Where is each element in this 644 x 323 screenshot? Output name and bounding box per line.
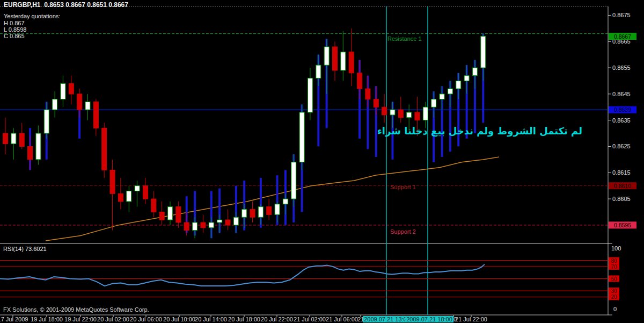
candle-body	[349, 52, 354, 73]
candle-body	[225, 220, 230, 225]
candle-body	[93, 102, 98, 128]
candle-body	[481, 37, 486, 68]
candle-body	[85, 102, 90, 110]
candle-body	[415, 112, 420, 120]
candle-body	[398, 110, 403, 118]
candle-body	[341, 52, 346, 70]
price-tick-label: 0.8615	[612, 169, 631, 176]
rsi-scale-bottom: 0	[613, 306, 617, 312]
price-tick-label: 0.8645	[612, 91, 631, 97]
rsi-indicator-label: RSI(14) 73.6021	[3, 246, 47, 252]
rsi-scale-top: 100	[611, 245, 621, 252]
candle-body	[431, 99, 436, 107]
candle-body	[250, 210, 255, 218]
candle-body	[151, 199, 156, 212]
time-label: 19 Jul 18:00	[31, 316, 63, 322]
time-label: 21 Jul 02:00	[294, 316, 326, 322]
time-axis: 17 Jul 200919 Jul 18:0019 Jul 22:0020 Ju…	[0, 316, 644, 323]
candle-body	[291, 162, 296, 199]
time-label: 20 Jul 02:00	[97, 316, 129, 322]
candle-body	[143, 186, 148, 199]
price-badge-value: 0.8595	[614, 222, 631, 228]
candle-body	[44, 110, 49, 133]
candle-body	[127, 191, 131, 202]
candle-body	[456, 81, 461, 89]
copyright-text: FX Solutions, © 2001-2009 MetaQuotes Sof…	[3, 306, 149, 313]
candle-body	[176, 207, 181, 222]
candle-body	[324, 47, 329, 65]
arabic-annotation-text[interactable]: لم تكتمل الشروط ولم ندخل بيع دخلنا شراء	[427, 125, 582, 137]
candle-body	[193, 222, 197, 231]
time-label-highlighted: 2009.07.21 13:00	[363, 316, 411, 322]
time-label: 19 Jul 22:00	[64, 316, 97, 322]
candle-body	[407, 112, 412, 118]
price-badge-value: 0.8639	[614, 106, 631, 113]
candle-body	[316, 65, 321, 78]
candle-body	[217, 220, 222, 222]
yesterday-high: H 0.867	[4, 20, 25, 26]
candle-body	[464, 76, 469, 81]
time-label: 21 Jul 22:00	[455, 316, 487, 322]
candle-body	[209, 222, 214, 228]
candle-body	[275, 204, 280, 215]
candle-body	[390, 110, 395, 115]
time-label: 20 Jul 18:00	[228, 316, 260, 322]
candle-body	[135, 186, 140, 191]
candle-body	[102, 128, 107, 170]
yesterday-low: L 0.8598	[4, 26, 26, 33]
candle-body	[283, 199, 288, 204]
candle-body	[168, 207, 173, 220]
support1-label: Support 1	[390, 184, 416, 190]
rsi-badge-value: 20	[611, 294, 617, 300]
symbol-ohlc-title: EURGBP,H1 0.8653 0.8667 0.8651 0.8667	[4, 1, 128, 9]
candle-body	[258, 207, 263, 218]
candle-body	[333, 47, 338, 70]
rsi-badge-value: 80	[611, 258, 617, 264]
chart-canvas[interactable]: 0.86750.86650.86550.86450.86350.86250.86…	[0, 0, 644, 323]
yesterday-close: C 0.865	[4, 33, 25, 39]
price-tick-label: 0.8605	[612, 196, 631, 202]
rsi-badge-value: 50	[611, 276, 617, 282]
candle-body	[299, 112, 304, 162]
time-label: 20 Jul 14:00	[195, 316, 227, 322]
candle-body	[110, 170, 115, 193]
candle-body	[19, 133, 24, 146]
candle-body	[242, 210, 247, 218]
price-tick-label: 0.8625	[612, 143, 631, 149]
ma-line	[46, 157, 499, 241]
candle-body	[374, 99, 378, 107]
candle-body	[69, 83, 74, 94]
price-tick-label: 0.8635	[612, 117, 631, 124]
candle-body	[11, 133, 16, 144]
time-label: 20 Jul 10:00	[163, 316, 195, 322]
mt4-chart-window: 0.86750.86650.86550.86450.86350.86250.86…	[0, 0, 644, 323]
time-label: 20 Jul 06:00	[130, 316, 162, 322]
rsi-badge-value: 70	[611, 264, 617, 270]
candle-body	[233, 217, 238, 225]
candle-body	[472, 68, 477, 76]
candle-body	[118, 193, 123, 202]
candle-body	[423, 107, 428, 120]
candle-body	[77, 94, 82, 110]
time-label: 21 Jul 06:00	[326, 316, 358, 322]
candle-body	[201, 222, 206, 228]
time-label-highlighted: 2009.07.21 18:00	[405, 316, 453, 322]
candle-body	[357, 73, 362, 89]
price-badge-value: 0.8610	[614, 183, 631, 189]
candle-body	[184, 222, 189, 231]
candle-body	[61, 83, 65, 99]
support2-label: Support 2	[390, 228, 416, 235]
rsi-badge-value: 30	[611, 288, 617, 294]
price-tick-label: 0.8655	[612, 64, 631, 71]
rsi-line	[0, 264, 485, 286]
candle-body	[36, 133, 41, 160]
candle-body	[159, 212, 164, 220]
price-tick-label: 0.8675	[612, 12, 631, 18]
resistance1-label: Resistance 1	[387, 35, 422, 42]
time-label: 17 Jul 2009	[0, 316, 28, 322]
candle-body	[448, 89, 452, 94]
candle-body	[365, 89, 370, 99]
time-label: 20 Jul 22:00	[261, 316, 293, 322]
candle-body	[267, 207, 272, 215]
candle-body	[308, 78, 312, 112]
